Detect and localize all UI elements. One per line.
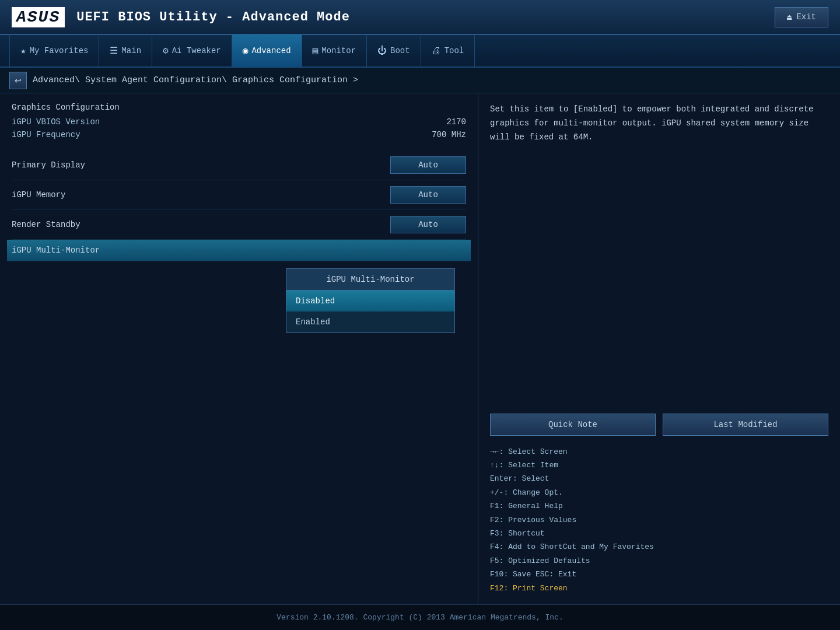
render-standby-row[interactable]: Render Standby Auto	[12, 210, 466, 240]
nav-label-main: Main	[121, 46, 141, 55]
footer-text: Version 2.10.1208. Copyright (C) 2013 Am…	[276, 613, 563, 622]
exit-label: Exit	[796, 12, 816, 22]
nav-item-main[interactable]: ☰ Main	[99, 34, 152, 67]
shortcut-f10: F10: Save ESC: Exit	[490, 568, 828, 581]
shortcut-arrows: →←: Select Screen	[490, 445, 828, 459]
igpu-freq-label: iGPU Frequency	[12, 130, 80, 139]
exit-icon: ⏏	[787, 12, 792, 22]
action-buttons: Quick Note Last Modified	[490, 414, 828, 436]
primary-display-label: Primary Display	[12, 160, 85, 170]
config-title: Graphics Configuration	[12, 103, 466, 112]
dropdown-option-enabled[interactable]: Enabled	[286, 312, 454, 332]
igpu-memory-label: iGPU Memory	[12, 190, 65, 200]
nav-item-ai-tweaker[interactable]: ⚙ Ai Tweaker	[152, 34, 232, 67]
shortcut-f2: F2: Previous Values	[490, 513, 828, 527]
monitor-icon: ▤	[313, 45, 318, 57]
igpu-multi-monitor-row[interactable]: iGPU Multi-Monitor	[7, 240, 471, 261]
main-icon: ☰	[110, 45, 118, 57]
igpu-freq-row: iGPU Frequency 700 MHz	[12, 128, 466, 141]
dropdown-header: iGPU Multi-Monitor	[286, 269, 454, 290]
nav-item-advanced[interactable]: ◉ Advanced	[232, 34, 302, 67]
shortcut-f1: F1: General Help	[490, 499, 828, 513]
shortcut-list: →←: Select Screen ↑↓: Select Item Enter:…	[490, 445, 828, 595]
igpu-multi-monitor-label: iGPU Multi-Monitor	[12, 246, 100, 255]
nav-item-monitor[interactable]: ▤ Monitor	[302, 34, 367, 67]
main-content: Graphics Configuration iGPU VBIOS Versio…	[0, 93, 840, 604]
breadcrumb: Advanced\ System Agent Configuration\ Gr…	[33, 75, 358, 85]
advanced-icon: ◉	[243, 45, 249, 57]
dropdown-option-disabled[interactable]: Disabled	[286, 290, 454, 312]
nav-label-monitor: Monitor	[321, 46, 356, 55]
nav-item-my-favorites[interactable]: ★ My Favorites	[9, 34, 99, 67]
render-standby-label: Render Standby	[12, 220, 80, 229]
shortcut-updown: ↑↓: Select Item	[490, 459, 828, 472]
tool-icon: 🖨	[432, 46, 441, 57]
igpu-vbios-value: 2170	[446, 117, 466, 127]
breadcrumb-bar: ↩ Advanced\ System Agent Configuration\ …	[0, 68, 840, 93]
igpu-memory-row[interactable]: iGPU Memory Auto	[12, 180, 466, 210]
nav-item-boot[interactable]: ⏻ Boot	[367, 34, 421, 67]
settings-area: Primary Display Auto iGPU Memory Auto Re…	[12, 150, 466, 261]
config-section: Graphics Configuration iGPU VBIOS Versio…	[12, 103, 466, 141]
primary-display-row[interactable]: Primary Display Auto	[12, 150, 466, 180]
nav-item-tool[interactable]: 🖨 Tool	[421, 34, 475, 67]
back-button[interactable]: ↩	[9, 72, 27, 89]
quick-note-button[interactable]: Quick Note	[490, 414, 656, 436]
nav-label-tool: Tool	[444, 46, 464, 55]
igpu-memory-dropdown[interactable]: Auto	[390, 186, 466, 204]
nav-bar: ★ My Favorites ☰ Main ⚙ Ai Tweaker ◉ Adv…	[0, 35, 840, 68]
shortcut-f4: F4: Add to ShortCut and My Favorites	[490, 540, 828, 554]
shortcut-f5: F5: Optimized Defaults	[490, 554, 828, 568]
nav-label-ai-tweaker: Ai Tweaker	[172, 46, 221, 55]
back-icon: ↩	[15, 76, 22, 85]
left-panel: Graphics Configuration iGPU VBIOS Versio…	[0, 93, 478, 604]
shortcut-enter: Enter: Select	[490, 472, 828, 485]
ai-tweaker-icon: ⚙	[163, 45, 169, 57]
boot-icon: ⏻	[377, 46, 387, 57]
igpu-multi-monitor-dropdown[interactable]: iGPU Multi-Monitor Disabled Enabled	[286, 268, 455, 333]
favorites-icon: ★	[20, 45, 26, 57]
nav-label-my-favorites: My Favorites	[30, 46, 89, 55]
shortcut-f3: F3: Shortcut	[490, 527, 828, 540]
exit-button[interactable]: ⏏ Exit	[775, 7, 828, 27]
shortcut-f12: F12: Print Screen	[490, 582, 828, 595]
primary-display-dropdown[interactable]: Auto	[390, 156, 466, 174]
header: ASUS UEFI BIOS Utility - Advanced Mode ⏏…	[0, 0, 840, 35]
nav-label-advanced: Advanced	[251, 46, 290, 55]
shortcut-plusminus: +/-: Change Opt.	[490, 486, 828, 499]
igpu-vbios-row: iGPU VBIOS Version 2170	[12, 116, 466, 128]
asus-logo: ASUS	[12, 7, 65, 27]
render-standby-dropdown[interactable]: Auto	[390, 216, 466, 233]
right-panel: Set this item to [Enabled] to empower bo…	[478, 93, 840, 604]
igpu-freq-value: 700 MHz	[432, 130, 466, 139]
bios-title: UEFI BIOS Utility - Advanced Mode	[76, 10, 350, 24]
last-modified-button[interactable]: Last Modified	[663, 414, 828, 436]
asus-brand: ASUS	[12, 7, 65, 27]
footer: Version 2.10.1208. Copyright (C) 2013 Am…	[0, 604, 840, 630]
help-text: Set this item to [Enabled] to empower bo…	[490, 103, 828, 404]
nav-label-boot: Boot	[390, 46, 410, 55]
igpu-vbios-label: iGPU VBIOS Version	[12, 117, 100, 127]
